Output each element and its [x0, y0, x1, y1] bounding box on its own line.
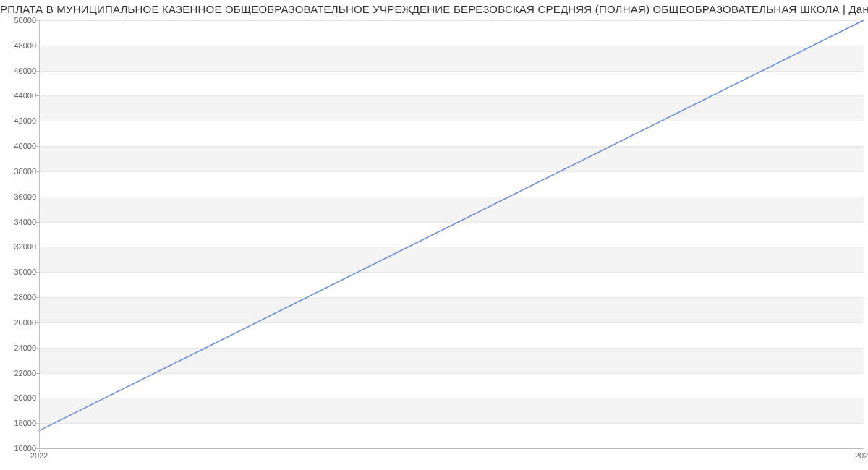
x-tick-label: 2022	[30, 451, 48, 460]
y-tick-label: 46000	[4, 67, 36, 75]
y-tick-label: 44000	[4, 91, 36, 100]
chart-container: РПЛАТА В МУНИЦИПАЛЬНОЕ КАЗЕННОЕ ОБЩЕОБРА…	[0, 0, 868, 470]
y-tick-label: 20000	[4, 393, 36, 402]
y-axis	[39, 20, 40, 448]
y-tick-label: 24000	[4, 343, 36, 352]
y-tick-label: 28000	[4, 293, 36, 302]
y-tick-label: 48000	[4, 41, 36, 50]
chart-title: РПЛАТА В МУНИЦИПАЛЬНОЕ КАЗЕННОЕ ОБЩЕОБРА…	[0, 3, 868, 15]
x-axis	[39, 448, 864, 449]
y-tick-label: 30000	[4, 268, 36, 276]
plot-area	[39, 20, 864, 448]
y-tick-label: 38000	[4, 167, 36, 176]
y-tick-label: 40000	[4, 142, 36, 150]
y-tick-label: 34000	[4, 218, 36, 226]
x-tick-mark	[39, 448, 40, 452]
y-tick-label: 22000	[4, 369, 36, 377]
y-tick-label: 26000	[4, 318, 36, 327]
line-series	[39, 20, 864, 448]
y-tick-label: 32000	[4, 242, 36, 251]
y-tick-label: 50000	[4, 16, 36, 25]
y-tick-label: 18000	[4, 419, 36, 427]
y-tick-label: 42000	[4, 116, 36, 125]
y-tick-label: 36000	[4, 192, 36, 201]
x-tick-label: 2025	[855, 451, 868, 460]
x-tick-mark	[864, 448, 864, 452]
